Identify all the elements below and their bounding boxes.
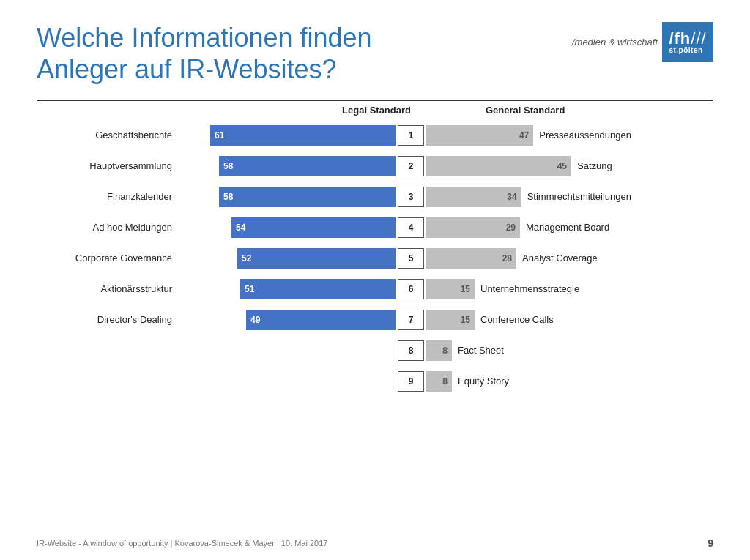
right-bar: 28 [426, 248, 516, 269]
left-bar-value: 54 [236, 223, 245, 233]
footer-citation: IR-Website - A window of opportunity | K… [37, 539, 327, 548]
chart-row: Hauptversammlung 58 2 45 Satzung [37, 152, 713, 180]
chart-row: 8 8 Fact Sheet [37, 337, 713, 365]
left-bar-value: 52 [242, 253, 251, 264]
fh-logo-top: /fh/// [669, 31, 706, 47]
row-label: Aktionärsstruktur [37, 283, 179, 294]
right-bar: 29 [426, 217, 520, 238]
left-bar: 49 [246, 310, 396, 330]
chart-row: Corporate Governance 52 5 28 Analyst Cov… [37, 244, 713, 272]
right-bar-value: 15 [461, 315, 470, 325]
logo-text: /medien & wirtschaft [572, 37, 658, 48]
right-column-header: General Standard [464, 105, 683, 116]
chart-row: Finanzkalender 58 3 34 Stimmrechtsmittei… [37, 183, 713, 211]
rank-box: 2 [398, 156, 424, 176]
row-label: Finanzkalender [37, 191, 179, 202]
left-bar-container: 58 [179, 156, 396, 176]
chart-row: Director's Dealing 49 7 15 Conference Ca… [37, 306, 713, 334]
left-bar-container: 49 [179, 310, 396, 330]
chart-section: Legal Standard General Standard Geschäft… [37, 105, 713, 398]
row-label: Hauptversammlung [37, 160, 179, 171]
right-bar-value: 28 [502, 253, 512, 264]
right-bar-value: 8 [442, 346, 448, 356]
right-bar-value: 47 [519, 130, 529, 141]
right-bar: 45 [426, 156, 571, 176]
rank-box: 5 [398, 248, 424, 269]
left-bar-container: 51 [179, 279, 396, 299]
left-bar-container: 52 [179, 248, 396, 269]
chart-headers: Legal Standard General Standard [37, 105, 713, 116]
chart-rows: Geschäftsberichte 61 1 47 Presseaussendu… [37, 122, 713, 398]
chart-row: Geschäftsberichte 61 1 47 Presseaussendu… [37, 122, 713, 149]
page: Welche Informationen finden Anleger auf … [0, 0, 750, 560]
right-bar-value: 34 [507, 192, 516, 202]
left-bar-container: 61 [179, 125, 396, 146]
rank-box: 9 [398, 371, 424, 392]
logo-area: /medien & wirtschaft /fh/// st.pölten [572, 22, 713, 62]
right-row-label: Analyst Coverage [516, 253, 598, 264]
chart-row: Ad hoc Meldungen 54 4 29 Management Boar… [37, 214, 713, 242]
right-bar: 34 [426, 187, 521, 207]
left-bar-value: 61 [215, 130, 224, 141]
row-label: Corporate Governance [37, 253, 179, 264]
right-bar-container: 28 Analyst Coverage [426, 248, 631, 269]
left-bar: 51 [240, 279, 396, 299]
right-bar-value: 8 [442, 376, 448, 387]
right-bar-value: 45 [557, 161, 567, 171]
right-bar-container: 47 Presseaussendungen [426, 125, 631, 146]
right-bar-value: 15 [461, 284, 470, 294]
right-row-label: Presseaussendungen [533, 130, 631, 141]
left-bar-container: 54 [179, 217, 396, 238]
right-row-label: Management Board [520, 222, 609, 233]
right-bar: 8 [426, 371, 452, 392]
rank-box: 7 [398, 310, 424, 330]
row-label: Ad hoc Meldungen [37, 222, 179, 233]
right-bar-container: 8 Fact Sheet [426, 340, 631, 361]
left-bar: 52 [237, 248, 396, 269]
rank-box: 8 [398, 340, 424, 361]
right-bar-container: 29 Management Board [426, 217, 631, 238]
right-row-label: Satzung [571, 160, 612, 171]
footer-page-number: 9 [708, 537, 713, 549]
rank-box: 3 [398, 187, 424, 207]
right-row-label: Unternehmensstrategie [475, 283, 579, 294]
right-row-label: Stimmrechtsmitteilungen [521, 191, 631, 202]
row-label: Geschäftsberichte [37, 130, 179, 141]
left-bar-value: 51 [245, 284, 254, 294]
left-bar: 58 [219, 187, 396, 207]
row-label: Director's Dealing [37, 314, 179, 325]
left-bar: 58 [219, 156, 396, 176]
fh-logo: /fh/// st.pölten [662, 22, 713, 62]
rank-box: 1 [398, 125, 424, 146]
page-title: Welche Informationen finden Anleger auf … [37, 22, 372, 85]
left-bar-container: 58 [179, 187, 396, 207]
chart-row: Aktionärsstruktur 51 6 15 Unternehmensst… [37, 275, 713, 303]
fh-logo-bottom: st.pölten [669, 47, 702, 54]
left-bar-value: 58 [223, 161, 233, 171]
right-bar: 15 [426, 310, 475, 330]
right-bar: 15 [426, 279, 475, 299]
right-bar-container: 15 Conference Calls [426, 310, 631, 330]
title-line1: Welche Informationen finden [37, 23, 372, 53]
title-line2: Anleger auf IR-Websites? [37, 54, 337, 84]
right-bar: 8 [426, 340, 452, 361]
fh-logo-inner: /fh/// st.pölten [669, 31, 706, 54]
right-bar-container: 45 Satzung [426, 156, 631, 176]
left-column-header: Legal Standard [213, 105, 433, 116]
right-bar: 47 [426, 125, 533, 146]
left-bar: 54 [231, 217, 396, 238]
left-bar: 61 [210, 125, 396, 146]
chart-row: 9 8 Equity Story [37, 367, 713, 395]
footer: IR-Website - A window of opportunity | K… [37, 537, 713, 549]
header-divider [37, 100, 713, 101]
rank-box: 4 [398, 217, 424, 238]
left-bar-value: 58 [223, 192, 233, 202]
right-row-label: Conference Calls [475, 314, 554, 325]
right-row-label: Equity Story [452, 376, 509, 387]
right-bar-container: 15 Unternehmensstrategie [426, 279, 631, 299]
right-row-label: Fact Sheet [452, 345, 504, 356]
left-bar-value: 49 [250, 315, 260, 325]
rank-box: 6 [398, 279, 424, 299]
right-bar-value: 29 [506, 223, 516, 233]
right-bar-container: 34 Stimmrechtsmitteilungen [426, 187, 631, 207]
